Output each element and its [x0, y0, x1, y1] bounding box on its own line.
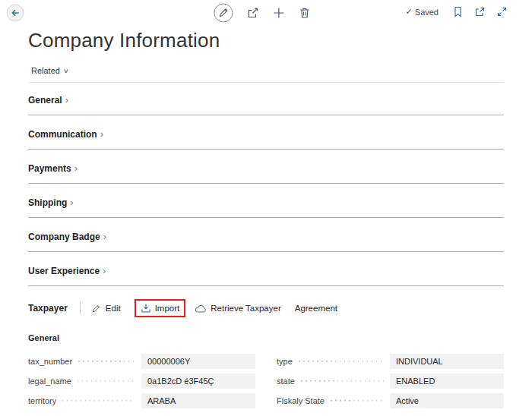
field-type: type INDIVIDUAL: [277, 351, 504, 371]
taxpayer-part: Taxpayer Edit Import: [28, 298, 504, 411]
section-general[interactable]: General ›: [28, 93, 504, 115]
chevron-down-icon: ∨: [63, 68, 69, 74]
dotted-leader: [299, 361, 384, 362]
field-label: legal_name: [28, 377, 71, 386]
chevron-right-icon: ›: [74, 162, 78, 174]
chevron-right-icon: ›: [65, 94, 68, 106]
fields-right-column: type INDIVIDUAL state ENABLED Fiskaly St…: [277, 351, 504, 411]
field-label: tax_number: [28, 357, 72, 366]
section-company-badge[interactable]: Company Badge ›: [28, 230, 504, 252]
top-action-bar: ✓ Saved: [0, 0, 532, 27]
open-in-window-button[interactable]: [474, 6, 486, 17]
bookmark-button[interactable]: [452, 6, 464, 17]
section-label: Shipping: [28, 197, 67, 208]
share-button[interactable]: [247, 7, 259, 19]
trash-icon: [299, 7, 311, 19]
action-label: Agreement: [295, 302, 337, 314]
share-icon: [247, 7, 259, 19]
action-label: Retrieve Taxpayer: [211, 302, 280, 314]
pencil-icon: [91, 303, 102, 314]
taxpayer-title: Taxpayer: [28, 303, 68, 314]
taxpayer-fields: tax_number 00000006Y legal_name 0a1B2cD …: [28, 351, 504, 411]
section-label: Communication: [28, 129, 97, 140]
dotted-leader: [62, 400, 135, 402]
cloud-icon: [195, 304, 207, 314]
section-label: User Experience: [28, 266, 100, 276]
toolbar-divider: [80, 302, 81, 314]
dotted-leader: [78, 361, 135, 362]
edit-button[interactable]: [214, 3, 233, 23]
state-field[interactable]: ENABLED: [390, 373, 504, 389]
related-menu[interactable]: Related ∨: [31, 66, 68, 75]
retrieve-taxpayer-action-button[interactable]: Retrieve Taxpayer: [195, 302, 280, 314]
dotted-leader: [301, 380, 384, 382]
section-payments[interactable]: Payments ›: [28, 162, 504, 184]
field-fiskaly-state: Fiskaly State Active: [277, 391, 504, 411]
edit-action-button[interactable]: Edit: [91, 302, 121, 314]
section-user-experience[interactable]: User Experience ›: [28, 264, 504, 286]
field-label: territory: [28, 396, 56, 405]
bookmark-icon: [452, 6, 464, 17]
expand-icon: [496, 6, 508, 17]
agreement-action-button[interactable]: Agreement: [295, 302, 337, 314]
page-actions: [214, 3, 311, 23]
new-button[interactable]: [273, 7, 285, 19]
action-label: Edit: [106, 302, 121, 314]
dotted-leader: [331, 400, 384, 402]
chevron-right-icon: ›: [103, 265, 106, 276]
import-icon: [141, 303, 151, 314]
expand-button[interactable]: [496, 6, 508, 17]
page-content: Company Information Related ∨ General › …: [0, 29, 532, 411]
back-button[interactable]: [6, 4, 24, 22]
menu-bar: Related ∨: [28, 63, 504, 83]
section-communication[interactable]: Communication ›: [28, 128, 504, 150]
section-label: Company Badge: [28, 232, 100, 242]
chevron-right-icon: ›: [100, 128, 103, 140]
section-label: General: [28, 95, 62, 106]
legal-name-field[interactable]: 0a1B2cD é3F45Ç: [141, 373, 255, 389]
chevron-right-icon: ›: [70, 197, 73, 208]
type-field[interactable]: INDIVIDUAL: [390, 354, 504, 369]
field-label: type: [277, 357, 293, 366]
import-action-button[interactable]: Import: [141, 302, 180, 314]
import-highlight-box: Import: [135, 299, 186, 317]
field-legal-name: legal_name 0a1B2cD é3F45Ç: [28, 371, 255, 391]
check-icon: ✓: [406, 7, 413, 17]
back-arrow-icon: [6, 4, 24, 22]
company-information-page: ✓ Saved Company Information: [0, 0, 532, 411]
window-actions: ✓ Saved: [406, 6, 508, 17]
field-group-title: General: [28, 333, 504, 342]
field-territory: territory ARABA: [28, 391, 255, 411]
tax-number-field[interactable]: 00000006Y: [141, 354, 255, 369]
field-label: state: [277, 377, 295, 386]
field-tax-number: tax_number 00000006Y: [28, 351, 255, 371]
plus-icon: [273, 7, 285, 19]
fiskaly-state-field[interactable]: Active: [390, 393, 504, 408]
page-title: Company Information: [28, 29, 504, 52]
related-label: Related: [31, 66, 60, 75]
field-state: state ENABLED: [277, 371, 504, 391]
fields-left-column: tax_number 00000006Y legal_name 0a1B2cD …: [28, 351, 255, 411]
save-status: ✓ Saved: [406, 7, 439, 17]
chevron-right-icon: ›: [103, 231, 106, 242]
popout-icon: [474, 6, 486, 17]
pencil-icon: [214, 3, 233, 23]
saved-label: Saved: [415, 8, 439, 17]
territory-field[interactable]: ARABA: [141, 393, 255, 408]
dotted-leader: [78, 380, 135, 382]
section-shipping[interactable]: Shipping ›: [28, 196, 504, 218]
action-label: Import: [155, 302, 180, 314]
delete-button[interactable]: [299, 7, 311, 19]
fasttab-sections: General › Communication › Payments › Shi…: [28, 93, 504, 286]
section-label: Payments: [28, 163, 71, 174]
field-label: Fiskaly State: [277, 396, 325, 405]
taxpayer-toolbar: Taxpayer Edit Import: [28, 298, 504, 318]
